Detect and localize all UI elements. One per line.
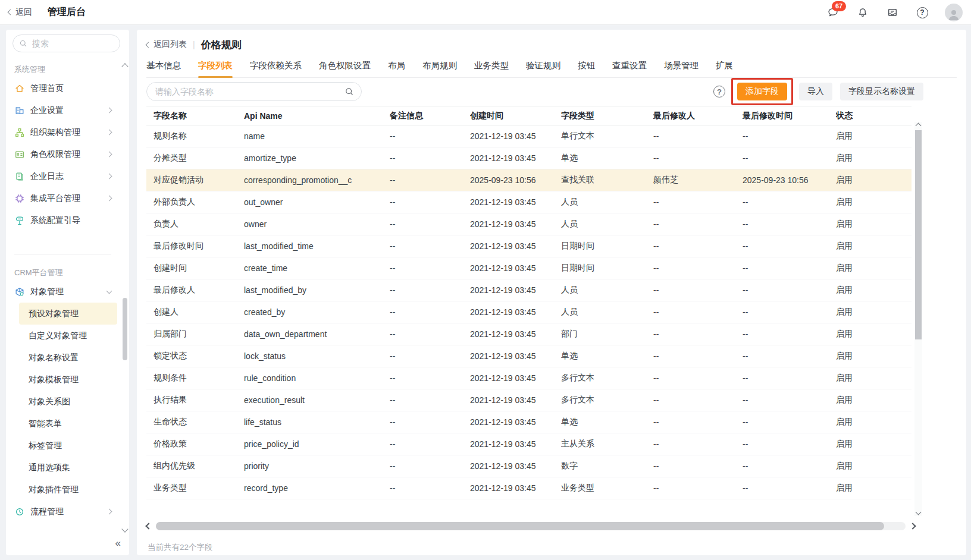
sidebar-item-label: 组织架构管理 <box>30 127 102 138</box>
sidebar-item-system-config-guide[interactable]: 系统配置引导 <box>6 209 121 231</box>
table-row[interactable]: 组内优先级priority--2021-12-19 03:45数字----启用 <box>146 455 912 477</box>
sidebar-item-object-management[interactable]: 对象管理 <box>6 281 121 303</box>
tab-business-type[interactable]: 业务类型 <box>474 58 509 78</box>
table-cell: -- <box>653 131 743 141</box>
scrollbar-thumb[interactable] <box>123 298 127 360</box>
table-row[interactable]: 锁定状态lock_status--2021-12-19 03:45单选----启… <box>146 345 912 367</box>
table-cell: 执行结果 <box>154 395 244 405</box>
scroll-right-icon[interactable] <box>909 523 916 529</box>
sidebar-subitem-common-options[interactable]: 通用选项集 <box>19 457 117 479</box>
sidebar-search[interactable] <box>12 34 120 52</box>
table-cell: 单行文本 <box>561 131 653 141</box>
back-chevron-icon <box>146 42 152 48</box>
tab-basic-info[interactable]: 基本信息 <box>146 58 181 78</box>
table-cell: 2021-12-19 03:45 <box>470 197 561 207</box>
table-cell: 2021-12-19 03:45 <box>470 307 561 317</box>
table-row[interactable]: 创建时间create_time--2021-12-19 03:45日期时间---… <box>146 257 912 279</box>
sidebar-collapse-button[interactable]: « <box>115 537 121 549</box>
table-row[interactable]: 业务类型record_type--2021-12-19 03:45业务类型---… <box>146 477 912 499</box>
sidebar-subitem-preset-object[interactable]: 预设对象管理 <box>19 303 117 325</box>
back-to-list-button[interactable]: 返回列表 <box>146 39 187 50</box>
tab-layout[interactable]: 布局 <box>388 58 405 78</box>
sidebar-subitem-object-name[interactable]: 对象名称设置 <box>19 347 117 369</box>
display-name-settings-button[interactable]: 字段显示名称设置 <box>840 83 923 100</box>
table-row[interactable]: 规则名称name--2021-12-19 03:45单行文本----启用 <box>146 125 912 147</box>
field-search-input[interactable] <box>154 86 344 97</box>
sidebar-subitem-custom-object[interactable]: 自定义对象管理 <box>19 325 117 347</box>
table-row[interactable]: 生命状态life_status--2021-12-19 03:45单选----启… <box>146 411 912 433</box>
table-row[interactable]: 规则条件rule_condition--2021-12-19 03:45多行文本… <box>146 367 912 389</box>
table-cell: 2021-12-19 03:45 <box>470 439 561 449</box>
sidebar-subitem-smart-form[interactable]: 智能表单 <box>19 413 117 435</box>
table-cell: 单选 <box>561 417 653 427</box>
scroll-down-icon[interactable] <box>121 526 128 532</box>
tab-field-list[interactable]: 字段列表 <box>198 58 233 78</box>
table-cell: -- <box>653 395 743 405</box>
comment-icon[interactable]: 67 <box>826 5 840 20</box>
avatar[interactable] <box>945 4 963 21</box>
table-cell: 启用 <box>836 241 912 251</box>
table-row[interactable]: 价格政策price_policy_id--2021-12-19 03:45主从关… <box>146 433 912 455</box>
sidebar-item-admin-home[interactable]: 管理首页 <box>6 77 121 99</box>
tab-layout-rules[interactable]: 布局规则 <box>422 58 457 78</box>
import-button[interactable]: 导入 <box>799 83 832 100</box>
scrollbar-thumb[interactable] <box>915 130 922 339</box>
sidebar-scrollbar[interactable] <box>121 63 129 533</box>
table-cell: 分摊类型 <box>154 153 244 163</box>
sidebar-search-input[interactable] <box>31 38 114 49</box>
table-row[interactable]: 负责人owner--2021-12-19 03:45人员----启用 <box>146 213 912 235</box>
inbox-icon[interactable] <box>885 5 900 20</box>
sidebar: 系统管理管理首页企业设置组织架构管理角色权限管理企业日志集成平台管理系统配置引导… <box>6 30 129 555</box>
tab-role-permission[interactable]: 角色权限设置 <box>319 58 371 78</box>
scroll-up-icon[interactable] <box>121 63 128 70</box>
table-row[interactable]: 创建人created_by--2021-12-19 03:45人员----启用 <box>146 301 912 323</box>
tab-buttons[interactable]: 按钮 <box>578 58 595 78</box>
table-row[interactable]: 最后修改人last_modified_by--2021-12-19 03:45人… <box>146 279 912 301</box>
table-cell: -- <box>743 285 836 295</box>
tab-scene-management[interactable]: 场景管理 <box>664 58 699 78</box>
add-field-button[interactable]: 添加字段 <box>737 83 787 100</box>
tab-dedup-settings[interactable]: 查重设置 <box>612 58 647 78</box>
table-cell: 创建人 <box>154 307 244 317</box>
table-cell: 2025-09-23 10:56 <box>743 175 836 185</box>
table-vertical-scrollbar[interactable] <box>914 122 922 516</box>
sidebar-item-process-management[interactable]: 流程管理 <box>6 501 121 517</box>
sidebar-section-label: CRM平台管理 <box>6 265 121 281</box>
sidebar-item-org-structure[interactable]: 组织架构管理 <box>6 121 121 143</box>
sidebar-subitem-label: 智能表单 <box>29 419 62 429</box>
table-cell: 最后修改时间 <box>154 241 244 251</box>
sidebar-item-role-permission-mgmt[interactable]: 角色权限管理 <box>6 143 121 165</box>
table-row[interactable]: 对应促销活动corresponding_promotion__c--2025-0… <box>146 169 912 191</box>
process-icon <box>14 506 25 517</box>
table-cell: -- <box>743 329 836 339</box>
scroll-up-icon[interactable] <box>916 123 922 129</box>
sidebar-subitem-object-plugin[interactable]: 对象插件管理 <box>19 479 117 501</box>
table-row[interactable]: 最后修改时间last_modified_time--2021-12-19 03:… <box>146 235 912 257</box>
table-horizontal-scrollbar[interactable] <box>146 521 915 531</box>
sidebar-subitem-object-template[interactable]: 对象模板管理 <box>19 369 117 391</box>
tab-field-dependency[interactable]: 字段依赖关系 <box>250 58 302 78</box>
tab-validation-rules[interactable]: 验证规则 <box>526 58 560 78</box>
scroll-down-icon[interactable] <box>916 509 922 515</box>
table-row[interactable]: 执行结果execution_result--2021-12-19 03:45多行… <box>146 389 912 411</box>
scrollbar-thumb[interactable] <box>156 522 884 530</box>
sidebar-item-enterprise-log[interactable]: 企业日志 <box>6 165 121 187</box>
help-icon[interactable]: ? <box>915 5 929 20</box>
bell-icon[interactable] <box>856 5 870 20</box>
table-row[interactable]: 外部负责人out_owner--2021-12-19 03:45人员----启用 <box>146 191 912 213</box>
sidebar-subitem-object-relation[interactable]: 对象关系图 <box>19 391 117 413</box>
tab-extension[interactable]: 扩展 <box>716 58 733 78</box>
sidebar-item-integration-platform[interactable]: 集成平台管理 <box>6 187 121 209</box>
scroll-left-icon[interactable] <box>145 523 152 529</box>
sidebar-subitem-tag-management[interactable]: 标签管理 <box>19 435 117 457</box>
help-icon[interactable]: ? <box>713 86 725 97</box>
table-cell: 规则条件 <box>154 373 244 383</box>
sidebar-item-label: 对象管理 <box>30 287 102 297</box>
table-row[interactable]: 归属部门data_own_department--2021-12-19 03:4… <box>146 323 912 345</box>
table-row[interactable]: 分摊类型amortize_type--2021-12-19 03:45单选---… <box>146 147 912 169</box>
table-cell: -- <box>653 307 743 317</box>
table-cell: 最后修改人 <box>154 285 244 295</box>
sidebar-item-enterprise-settings[interactable]: 企业设置 <box>6 99 121 121</box>
topbar-back-button[interactable]: 返回 <box>8 7 32 18</box>
field-search[interactable] <box>146 82 362 101</box>
